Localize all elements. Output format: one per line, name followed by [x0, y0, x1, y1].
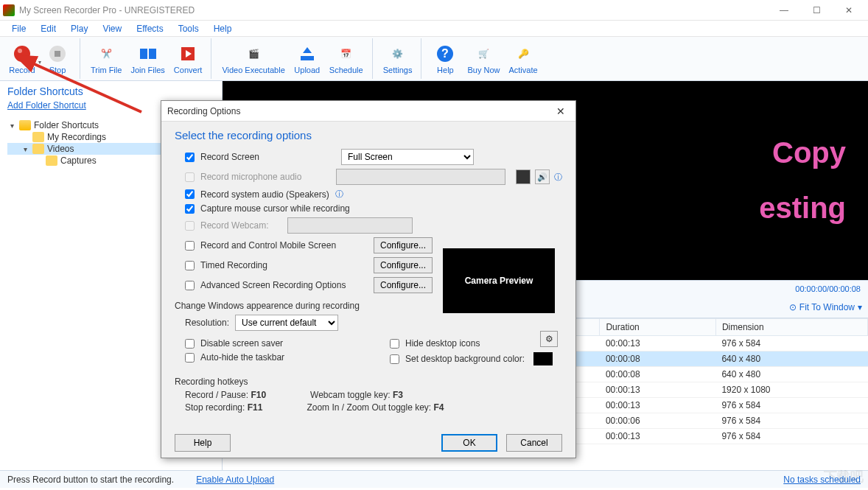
timed-recording-checkbox[interactable]	[185, 261, 195, 270]
disable-screensaver-checkbox[interactable]	[185, 339, 195, 349]
record-system-audio-checkbox[interactable]	[185, 189, 195, 199]
status-bar: Press Record button to start the recordi…	[0, 470, 868, 488]
time-total: 00:00:08	[829, 284, 861, 293]
speaker-icon[interactable]: 🔊	[535, 169, 550, 184]
svg-point-0	[14, 46, 30, 62]
dialog-close-button[interactable]: ✕	[552, 105, 570, 117]
collapse-icon[interactable]: ▾	[7, 122, 16, 130]
folder-icon	[46, 155, 57, 166]
maximize-button[interactable]: ☐	[800, 0, 833, 21]
recording-options-dialog: Recording Options ✕ Select the recording…	[161, 100, 576, 458]
video-exe-button[interactable]: 🎬Video Executable	[217, 38, 289, 80]
col-duration[interactable]: Duration	[600, 319, 715, 336]
svg-rect-4	[140, 49, 147, 59]
svg-text:?: ?	[442, 47, 449, 60]
mic-level-icon	[516, 169, 531, 184]
menu-bar: File Edit Play View Effects Tools Help	[0, 21, 868, 37]
dialog-section-title: Select the recording options	[175, 129, 562, 141]
app-icon	[3, 4, 15, 16]
menu-effects[interactable]: Effects	[129, 22, 170, 35]
menu-play[interactable]: Play	[63, 22, 95, 35]
configure-mobile-button[interactable]: Configure...	[374, 237, 433, 253]
help-icon: ?	[435, 43, 455, 64]
folder-icon	[19, 120, 31, 130]
activate-button[interactable]: 🔑Activate	[504, 38, 542, 80]
hotkeys-group-label: Recording hotkeys	[175, 377, 562, 387]
stop-button[interactable]: Stop	[40, 38, 75, 80]
scissors-icon: ✂️	[96, 43, 116, 64]
buy-button[interactable]: 🛒Buy Now	[463, 38, 504, 80]
set-bg-color-checkbox[interactable]	[390, 354, 399, 364]
upload-button[interactable]: Upload	[290, 38, 325, 80]
key-icon: 🔑	[513, 43, 533, 64]
configure-timed-button[interactable]: Configure...	[374, 257, 433, 273]
watermark: 下载吧	[824, 468, 864, 486]
capture-cursor-checkbox[interactable]	[185, 204, 195, 214]
record-mic-checkbox	[185, 172, 195, 182]
add-folder-shortcut-link[interactable]: Add Folder Shortcut	[7, 100, 86, 111]
webcam-select	[287, 217, 413, 234]
record-pause-hotkey: F10	[251, 390, 266, 400]
svg-point-1	[18, 49, 22, 53]
hide-desktop-icons-checkbox[interactable]	[390, 339, 399, 349]
toolbar: Record ▾ Stop ✂️Trim File Join Files Con…	[0, 37, 868, 81]
cart-icon: 🛒	[473, 43, 494, 64]
gear-icon: ⚙️	[388, 43, 408, 64]
menu-edit[interactable]: Edit	[33, 22, 63, 35]
menu-help[interactable]: Help	[206, 22, 239, 35]
join-icon	[138, 43, 158, 64]
webcam-toggle-hotkey: F3	[393, 390, 403, 400]
hotkey-settings-button[interactable]: ⚙	[540, 331, 558, 347]
zoom-hotkey: F4	[434, 402, 444, 413]
info-icon[interactable]: ⓘ	[335, 189, 343, 200]
svg-rect-7	[301, 56, 314, 60]
dialog-ok-button[interactable]: OK	[441, 434, 497, 452]
auto-hide-taskbar-checkbox[interactable]	[185, 353, 195, 363]
enable-auto-upload-link[interactable]: Enable Auto Upload	[196, 475, 274, 485]
close-button[interactable]: ✕	[833, 0, 865, 21]
trim-button[interactable]: ✂️Trim File	[86, 38, 126, 80]
resolution-select[interactable]: Use current default	[235, 315, 338, 331]
sidebar-title: Folder Shortcuts	[7, 85, 214, 97]
time-current: 00:00:00	[795, 284, 827, 293]
convert-button[interactable]: Convert	[169, 38, 207, 80]
fit-window-dropdown[interactable]: ⊙Fit To Window▾	[789, 302, 862, 312]
menu-view[interactable]: View	[95, 22, 129, 35]
advanced-options-checkbox[interactable]	[185, 281, 195, 290]
screen-mode-select[interactable]: Full Screen	[341, 149, 474, 165]
stop-hotkey: F11	[248, 402, 263, 413]
info-icon[interactable]: ⓘ	[554, 172, 562, 183]
minimize-button[interactable]: —	[768, 0, 800, 21]
camera-preview: Camera Preview	[443, 248, 555, 313]
bg-color-swatch[interactable]	[533, 352, 553, 365]
preview-text-2: esting	[759, 192, 846, 225]
mic-select	[336, 169, 505, 185]
help-button[interactable]: ?Help	[427, 38, 463, 80]
convert-icon	[178, 43, 198, 64]
collapse-icon[interactable]: ▾	[21, 145, 29, 153]
calendar-icon: 📅	[336, 43, 357, 64]
status-message: Press Record button to start the recordi…	[7, 475, 174, 485]
menu-file[interactable]: File	[4, 22, 33, 35]
record-button[interactable]: Record ▾	[4, 38, 40, 80]
menu-tools[interactable]: Tools	[171, 22, 206, 35]
film-icon: 🎬	[243, 43, 264, 64]
schedule-button[interactable]: 📅Schedule	[325, 38, 368, 80]
dialog-cancel-button[interactable]: Cancel	[506, 434, 562, 452]
record-webcam-checkbox	[185, 221, 195, 231]
svg-rect-5	[149, 49, 156, 59]
svg-rect-3	[55, 51, 60, 57]
configure-advanced-button[interactable]: Configure...	[374, 277, 433, 293]
window-title: My Screen Recorder Pro - UNREGISTERED	[19, 5, 768, 15]
join-button[interactable]: Join Files	[126, 38, 169, 80]
folder-icon	[32, 132, 44, 142]
record-screen-checkbox[interactable]	[185, 153, 195, 162]
dialog-help-button[interactable]: Help	[175, 434, 231, 452]
window-titlebar: My Screen Recorder Pro - UNREGISTERED — …	[0, 0, 868, 21]
record-mobile-checkbox[interactable]	[185, 241, 195, 251]
stop-icon	[47, 43, 68, 64]
col-dimension[interactable]: Dimension	[715, 319, 867, 336]
preview-text-1: Copy	[772, 136, 846, 169]
settings-button[interactable]: ⚙️Settings	[379, 38, 417, 80]
chevron-down-icon: ▾	[858, 302, 862, 312]
